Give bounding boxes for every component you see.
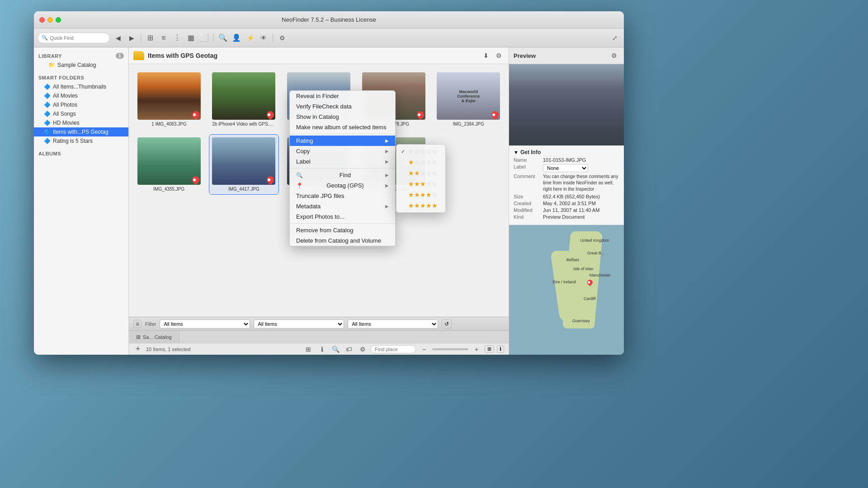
map-label-manchester: Manchester xyxy=(590,273,611,277)
settings-button[interactable]: ⚙ xyxy=(277,33,288,43)
search-status-button[interactable]: 🔍 xyxy=(330,344,341,355)
menu-item-remove-from-catalog[interactable]: Remove from Catalog xyxy=(290,225,395,235)
filter-dropdown-1[interactable]: All Items xyxy=(160,319,250,328)
get-info-title: Get Info xyxy=(520,149,541,155)
menu-item-metadata[interactable]: Metadata ▶ xyxy=(290,201,395,211)
grid-view-status-button[interactable]: ⊞ xyxy=(303,344,314,355)
sidebar-item-rating-5-stars[interactable]: 🔷 Rating is 5 Stars xyxy=(34,136,128,145)
minimize-button[interactable] xyxy=(47,17,53,23)
status-right: ⊞ ℹ 🔍 🏷 ⚙ − + ⊞ ℹ xyxy=(303,344,504,355)
catalog-tab-icon: ⊞ xyxy=(136,334,141,340)
sort-button[interactable]: ⬇ xyxy=(481,50,491,61)
menu-item-export[interactable]: Export Photos to... xyxy=(290,211,395,222)
sidebar-item-all-items-thumbnails[interactable]: 🔷 All Items...Thumbnails xyxy=(34,82,128,91)
status-left: + 10 Items, 1 selected xyxy=(133,345,190,354)
search-box[interactable]: 🔍 xyxy=(38,33,110,43)
star-5-4: ★ xyxy=(426,202,432,209)
rating-item-0[interactable]: ✓ ☆ ☆ ☆ ☆ ☆ xyxy=(396,146,445,157)
back-button[interactable]: ◀ xyxy=(113,33,123,43)
zoom-slider[interactable] xyxy=(432,348,468,350)
bolt-button[interactable]: ⚡ xyxy=(245,33,255,43)
label-select[interactable]: None xyxy=(543,164,588,172)
rating-item-2[interactable]: ★ ★ ☆ ☆ ☆ xyxy=(396,168,445,178)
star-2-1: ★ xyxy=(408,169,414,177)
star-3-3: ★ xyxy=(420,180,426,188)
menu-item-rating[interactable]: Rating ▶ xyxy=(290,136,395,146)
menu-item-find[interactable]: 🔍 Find ▶ xyxy=(290,170,395,180)
menu-item-geotag[interactable]: 📍 Geotag (GPS) ▶ xyxy=(290,180,395,191)
comment-label: Comment xyxy=(514,174,543,179)
refresh-filter-button[interactable]: ↺ xyxy=(442,319,452,328)
menu-item-copy[interactable]: Copy ▶ xyxy=(290,146,395,156)
close-button[interactable] xyxy=(39,17,45,23)
menu-item-delete-from-catalog[interactable]: Delete from Catalog and Volume xyxy=(290,235,395,246)
menu-item-reveal-in-finder[interactable]: Reveal in Finder xyxy=(290,91,395,101)
star-0-1: ☆ xyxy=(408,148,414,155)
info-status-button[interactable]: ℹ xyxy=(316,344,327,355)
sidebar-item-sample-catalog[interactable]: 📁 Sample Catalog xyxy=(34,61,128,70)
star-4-5: ☆ xyxy=(432,191,438,198)
search-input[interactable] xyxy=(50,35,106,41)
star-3-2: ★ xyxy=(414,180,420,188)
map-view-button[interactable]: ⬜ xyxy=(199,33,210,43)
tag-status-button[interactable]: 🏷 xyxy=(344,344,354,355)
star-5-3: ★ xyxy=(420,202,426,209)
rating-item-1[interactable]: ★ ☆ ☆ ☆ ☆ xyxy=(396,157,445,168)
add-button[interactable]: + xyxy=(133,345,142,354)
smart-folder-icon-2: 🔷 xyxy=(44,102,50,108)
filter-dropdown-3[interactable]: All Items xyxy=(348,319,438,328)
menu-item-make-new-album[interactable]: Make new album of selected items xyxy=(290,122,395,132)
sidebar-item-all-songs[interactable]: 🔷 All Songs xyxy=(34,109,128,118)
rating-item-5[interactable]: ★ ★ ★ ★ ★ xyxy=(396,200,445,211)
toolbar-separator-3 xyxy=(273,33,273,42)
eye-button[interactable]: 👁 xyxy=(258,33,269,43)
info-toggle-status-button[interactable]: ℹ xyxy=(497,345,504,353)
geotag-icon: 📍 xyxy=(296,183,302,189)
zoom-in-button[interactable]: + xyxy=(471,344,482,355)
sidebar-item-hd-movies[interactable]: 🔷 HD Movies xyxy=(34,118,128,127)
rating-item-3[interactable]: ★ ★ ★ ☆ ☆ xyxy=(396,178,445,189)
tab-catalog[interactable]: ⊞ Sa... Catalog xyxy=(129,331,179,343)
menu-label-remove: Remove from Catalog xyxy=(296,227,353,234)
sidebar-item-all-movies[interactable]: 🔷 All Movies xyxy=(34,91,128,100)
filter-dropdown-2[interactable]: All Items xyxy=(254,319,344,328)
grid-toggle-button[interactable]: ⊞ xyxy=(485,345,494,353)
grid-view-button[interactable]: ⊞ xyxy=(145,33,156,43)
advanced-search-button[interactable]: 🔍 xyxy=(217,33,228,43)
sidebar-item-all-photos[interactable]: 🔷 All Photos xyxy=(34,100,128,109)
map-area[interactable]: United Kingdom Belfast Isle of Man Great… xyxy=(509,225,624,355)
sidebar-item-items-with-geotag[interactable]: 🔷 Items with...PS Geotag xyxy=(34,127,128,136)
grid-item-1[interactable]: 2b iPhone4 Video with GPS.MCV xyxy=(209,70,279,129)
menu-item-truncate[interactable]: Truncate JPG files xyxy=(290,191,395,201)
find-place-input[interactable] xyxy=(371,345,416,353)
catalog-label: Sample Catalog xyxy=(57,62,96,68)
zoom-out-button[interactable]: − xyxy=(419,344,429,355)
get-info-header: ▼ Get Info xyxy=(514,149,619,155)
map-label-great-britain: Great B... xyxy=(587,251,605,255)
list-view-button[interactable]: ≡ xyxy=(158,33,169,43)
resize-button[interactable]: ⤢ xyxy=(609,33,620,43)
star-row-1: ★ ☆ ☆ ☆ ☆ xyxy=(408,159,438,166)
rating-item-4[interactable]: ★ ★ ★ ★ ☆ xyxy=(396,189,445,200)
people-button[interactable]: 👤 xyxy=(231,33,242,43)
menu-item-show-in-catalog[interactable]: Show in Catalog xyxy=(290,112,395,122)
preview-settings-button[interactable]: ⚙ xyxy=(609,50,619,61)
right-panel: Preview ⚙ ▼ Get Info Name 101-0153-IMG.J… xyxy=(509,47,624,355)
grid-item-0[interactable]: 1 IMG_4083.JPG xyxy=(134,70,204,129)
cover-view-button[interactable]: ▦ xyxy=(185,33,196,43)
maximize-button[interactable] xyxy=(56,17,61,23)
info-row-kind: Kind Preview Document xyxy=(514,214,619,220)
map-label-guernsey: Guernsey xyxy=(572,319,590,323)
add-filter-button[interactable]: ≡ xyxy=(133,320,142,328)
info-toggle-button[interactable]: ⚙ xyxy=(493,50,504,61)
smart-folder-label-0: All Items...Thumbnails xyxy=(53,84,106,90)
filter-label: Filter xyxy=(145,321,156,327)
grid-item-4[interactable]: MacworldConference& Expo IMG_2384.JPG xyxy=(434,70,503,129)
forward-button[interactable]: ▶ xyxy=(126,33,137,43)
menu-item-verify-filecheck[interactable]: Verify FileCheck data xyxy=(290,101,395,112)
menu-item-label[interactable]: Label ▶ xyxy=(290,156,395,167)
grid-item-6[interactable]: IMG_4417.JPG xyxy=(209,135,279,194)
settings-status-button[interactable]: ⚙ xyxy=(357,344,368,355)
column-view-button[interactable]: ⋮ xyxy=(172,33,183,43)
grid-item-5[interactable]: IMG_4355.JPG xyxy=(134,135,204,194)
